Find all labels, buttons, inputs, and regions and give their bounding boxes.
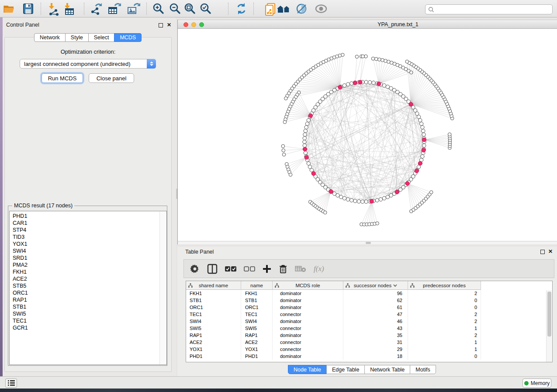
network-node[interactable] <box>357 199 360 203</box>
tab-motifs[interactable]: Motifs <box>410 365 436 374</box>
network-node[interactable] <box>389 86 393 90</box>
run-mcds-button[interactable]: Run MCDS <box>42 73 83 83</box>
network-node[interactable] <box>303 140 306 144</box>
optimization-criterion-select[interactable]: largest connected component (undirected) <box>20 59 156 69</box>
memory-button[interactable]: Memory <box>522 378 551 388</box>
network-node[interactable] <box>350 199 353 202</box>
network-node[interactable] <box>419 122 423 125</box>
mcds-result-item[interactable]: ACE2 <box>10 275 166 282</box>
mcds-result-item[interactable]: GCR1 <box>10 324 166 331</box>
network-edge[interactable] <box>288 158 307 170</box>
network-edge[interactable] <box>340 55 343 87</box>
mcds-result-item[interactable]: STB1 <box>10 303 166 310</box>
network-edge[interactable] <box>408 183 416 208</box>
network-edge[interactable] <box>311 116 366 202</box>
network-node[interactable] <box>282 153 286 156</box>
network-scrollbar-thumb[interactable] <box>366 242 371 244</box>
network-node[interactable] <box>361 200 364 203</box>
mcds-result-item[interactable]: TEC1 <box>10 317 166 324</box>
table-row[interactable]: YOX1YOX1connector291 <box>186 346 552 353</box>
network-edge[interactable] <box>411 93 441 104</box>
mcds-result-item[interactable]: CAR1 <box>10 220 166 227</box>
network-node[interactable] <box>384 59 387 63</box>
network-node[interactable] <box>289 173 292 176</box>
network-node[interactable] <box>371 57 375 61</box>
close-table-panel-icon[interactable]: ✕ <box>548 249 553 254</box>
network-node[interactable] <box>368 80 371 84</box>
zoom-in-icon[interactable] <box>152 2 165 16</box>
network-node[interactable] <box>283 120 287 124</box>
network-node[interactable] <box>381 58 384 62</box>
network-node[interactable] <box>307 118 310 122</box>
zoom-selected-icon[interactable] <box>199 2 212 16</box>
network-edge[interactable] <box>341 82 363 197</box>
network-edge[interactable] <box>424 136 450 140</box>
mcds-node[interactable] <box>304 155 308 159</box>
import-table-icon[interactable] <box>61 2 77 16</box>
mcds-result-list[interactable]: PHD1CAR1STP4TID3YOX1SWI4SRD1PMA2FKH1ACE2… <box>9 211 167 365</box>
network-node[interactable] <box>343 196 346 200</box>
network-window-titlebar[interactable]: YPA_prune.txt_1 <box>178 20 557 29</box>
deselect-all-icon[interactable] <box>244 262 255 275</box>
search-field[interactable] <box>425 4 553 14</box>
close-panel-icon[interactable]: ✕ <box>167 23 171 27</box>
network-edge[interactable] <box>424 140 450 144</box>
network-edge[interactable] <box>321 63 340 87</box>
network-node[interactable] <box>336 193 339 197</box>
table-row[interactable]: TEC1TEC1connector472 <box>186 311 552 318</box>
network-edge[interactable] <box>379 71 408 84</box>
mcds-result-item[interactable]: YOX1 <box>10 241 166 248</box>
network-edge[interactable] <box>379 64 394 84</box>
mcds-result-item[interactable]: STB5 <box>10 282 166 289</box>
column-header-name[interactable]: name <box>241 281 273 290</box>
table-row[interactable]: RAP1RAP1dominator352 <box>186 332 552 339</box>
network-edge[interactable] <box>379 69 406 84</box>
network-node[interactable] <box>376 222 379 225</box>
mcds-node[interactable] <box>353 81 357 85</box>
network-edge[interactable] <box>293 102 311 116</box>
refresh-layout-icon[interactable] <box>235 2 248 16</box>
network-edge[interactable] <box>379 66 400 84</box>
network-node[interactable] <box>346 83 349 86</box>
mcds-node[interactable] <box>358 80 362 84</box>
network-node[interactable] <box>417 165 420 168</box>
network-node[interactable] <box>429 191 433 194</box>
export-table-icon[interactable] <box>107 2 122 16</box>
network-edge[interactable] <box>360 56 366 82</box>
column-header-predecessor-nodes[interactable]: predecessor nodes <box>408 281 481 290</box>
add-column-icon[interactable] <box>263 262 271 275</box>
network-node[interactable] <box>339 195 343 199</box>
tab-network-table[interactable]: Network Table <box>364 365 410 374</box>
mcds-node[interactable] <box>338 85 342 89</box>
mcds-result-item[interactable]: SWI5 <box>10 310 166 317</box>
table-scrollbar-thumb[interactable] <box>547 292 551 337</box>
network-node[interactable] <box>378 58 381 62</box>
network-node[interactable] <box>303 133 307 136</box>
network-node[interactable] <box>304 151 307 155</box>
tab-node-table[interactable]: Node Table <box>288 365 327 374</box>
import-network-icon[interactable] <box>47 2 60 16</box>
task-history-button[interactable] <box>5 378 17 388</box>
zoom-out-icon[interactable] <box>169 2 181 16</box>
table-row[interactable]: STB1STB1dominator620 <box>186 297 552 304</box>
network-edge[interactable] <box>283 146 305 149</box>
network-edge[interactable] <box>424 140 450 146</box>
network-edge[interactable] <box>296 97 311 116</box>
network-node[interactable] <box>374 57 378 61</box>
mcds-result-item[interactable]: PHD1 <box>10 213 166 220</box>
network-edge[interactable] <box>337 56 340 87</box>
network-node[interactable] <box>372 81 375 84</box>
network-edge[interactable] <box>373 58 379 84</box>
network-node[interactable] <box>386 85 389 89</box>
network-edge[interactable] <box>411 104 449 109</box>
mcds-result-item[interactable]: TID3 <box>10 234 166 241</box>
split-panel-icon[interactable] <box>207 262 218 275</box>
mcds-result-item[interactable]: SWI4 <box>10 248 166 254</box>
mcds-node[interactable] <box>422 148 426 152</box>
mcds-node[interactable] <box>370 199 374 203</box>
mcds-result-item[interactable]: STP4 <box>10 227 166 234</box>
network-edge[interactable] <box>310 167 345 198</box>
hide-graphics-details-icon[interactable] <box>295 2 308 16</box>
network-node[interactable] <box>305 122 309 125</box>
tab-edge-table[interactable]: Edge Table <box>326 365 365 374</box>
